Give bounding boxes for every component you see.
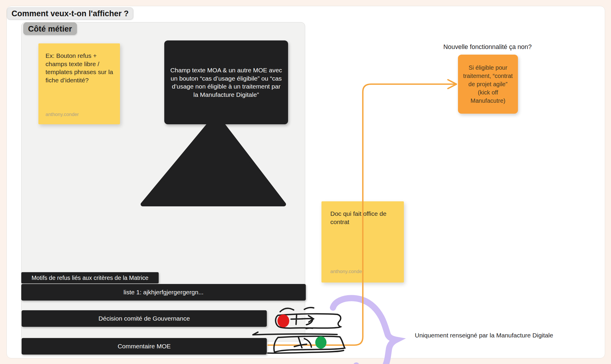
whiteboard-page: { "colors": { "page-bg": "#FCF2EB", "can… bbox=[0, 0, 611, 364]
sticky-note-text: Ex: Bouton refus + champs texte libre / … bbox=[46, 52, 115, 84]
bar-decision-comite[interactable]: Décision comité de Gouvernance bbox=[22, 310, 267, 327]
sticky-note-text: Doc qui fait office de contrat bbox=[330, 210, 395, 226]
sticky-note-author: anthony.conder bbox=[330, 269, 364, 274]
bar-motifs-de-refus[interactable]: Motifs de refus liés aux critères de la … bbox=[21, 272, 159, 283]
section-title-pill[interactable]: Côté métier bbox=[23, 22, 77, 35]
sticky-note-si-eligible[interactable]: Si éligible pour traitement, “contrat de… bbox=[458, 55, 518, 114]
note-nouvelle-fonctionnalite[interactable]: Nouvelle fonctionnalité ça non? bbox=[437, 43, 538, 51]
triangle-text: refus ⇒ “cas d’usage non éligible à un t… bbox=[177, 169, 253, 192]
note-uniquement-renseigne[interactable]: Uniquement renseigné par la Manufacture … bbox=[415, 332, 553, 339]
question-label-pill[interactable]: Comment veux-t-on l'afficher ? bbox=[7, 7, 133, 19]
sticky-note-author: anthony.conder bbox=[46, 112, 79, 117]
shape-champ-texte-box[interactable]: Champ texte MOA & un autre MOE avec un b… bbox=[164, 40, 288, 124]
shape-text: Champ texte MOA & un autre MOE avec un b… bbox=[170, 66, 283, 99]
bar-liste-1[interactable]: liste 1: ajkhjerfgjergergergn... bbox=[21, 284, 306, 301]
bar-commentaire-moe[interactable]: Commentaire MOE bbox=[22, 338, 267, 355]
sticky-note-bouton-refus[interactable]: Ex: Bouton refus + champs texte libre / … bbox=[38, 43, 120, 124]
sticky-note-text: Si éligible pour traitement, “contrat de… bbox=[462, 63, 514, 105]
sticky-note-doc-contrat[interactable]: Doc qui fait office de contrat anthony.c… bbox=[321, 201, 404, 283]
